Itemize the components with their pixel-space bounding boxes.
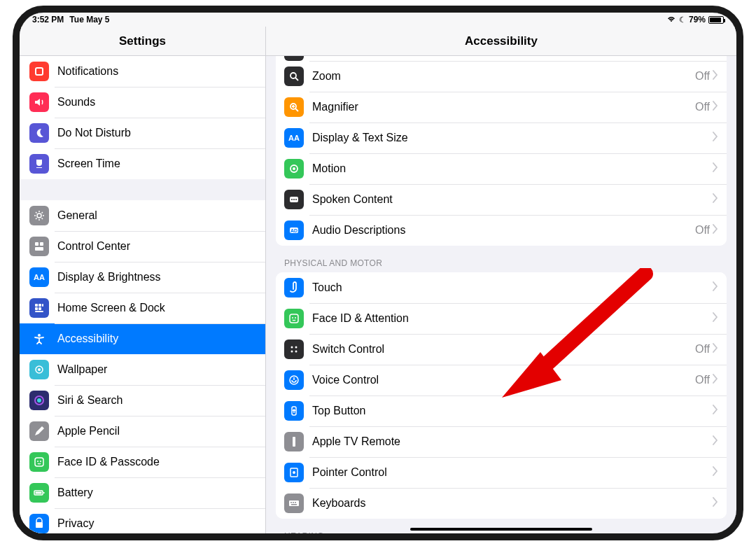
chevron-right-icon — [713, 312, 718, 325]
section-title-hearing: Hearing — [284, 531, 727, 534]
detail-item-value: Off — [695, 70, 710, 83]
chevron-right-icon — [713, 466, 718, 479]
svg-point-19 — [40, 461, 41, 462]
svg-point-14 — [38, 368, 41, 371]
settings-title: Settings — [119, 34, 166, 48]
detail-item-textsize[interactable]: AADisplay & Text Size — [276, 122, 727, 153]
keyboards-icon — [284, 493, 304, 513]
detail-item-topbutton[interactable]: Top Button — [276, 396, 727, 426]
textsize-icon: AA — [284, 128, 304, 148]
sidebar-item-label: Apple Pencil — [57, 425, 255, 438]
chevron-right-icon — [713, 132, 718, 144]
sidebar-item-pencil[interactable]: Apple Pencil — [20, 416, 265, 447]
detail-item-tvremote[interactable]: Apple TV Remote — [276, 426, 727, 457]
battery-percent: 79% — [689, 15, 706, 24]
detail-title: Accessibility — [465, 34, 538, 48]
chevron-right-icon — [713, 70, 718, 83]
home-indicator — [410, 528, 592, 531]
svg-point-32 — [295, 199, 297, 200]
sidebar-item-homescreen[interactable]: Home Screen & Dock — [20, 293, 265, 323]
sidebar-item-faceid[interactable]: Face ID & Passcode — [20, 447, 265, 477]
wallpaper-icon — [29, 360, 49, 379]
svg-point-24 — [290, 73, 296, 78]
svg-rect-49 — [293, 502, 294, 503]
faceidatt-icon — [284, 309, 304, 328]
sidebar-item-battery[interactable]: Battery — [20, 477, 265, 508]
audiodesc-icon: AD — [284, 220, 304, 240]
chevron-right-icon — [713, 281, 718, 294]
detail-item-label: Apple TV Remote — [312, 435, 713, 448]
detail-item-label: Switch Control — [312, 343, 695, 356]
sidebar-item-label: Display & Brightness — [57, 271, 255, 284]
svg-rect-4 — [35, 247, 43, 251]
svg-point-36 — [292, 317, 293, 318]
sidebar-item-label: General — [57, 209, 255, 222]
chevron-right-icon — [713, 224, 718, 237]
spoken-icon — [284, 190, 304, 209]
tvremote-icon — [284, 432, 304, 451]
display-icon: AA — [29, 267, 49, 287]
svg-rect-9 — [35, 307, 38, 310]
svg-rect-10 — [38, 307, 41, 310]
sidebar-item-sounds[interactable]: Sounds — [20, 87, 265, 118]
sidebar-item-label: Control Center — [57, 240, 255, 253]
dnd-moon-icon: ☾ — [679, 15, 686, 24]
svg-point-28 — [293, 167, 295, 170]
svg-rect-51 — [291, 504, 297, 505]
svg-rect-7 — [38, 304, 41, 307]
notifications-icon — [29, 62, 49, 81]
sidebar-item-label: Privacy — [57, 517, 255, 530]
svg-rect-47 — [289, 500, 299, 506]
detail-item-magnifier[interactable]: MagnifierOff — [276, 92, 727, 122]
chevron-right-icon — [713, 435, 718, 448]
sidebar-item-accessibility[interactable]: Accessibility — [20, 323, 265, 354]
detail-item-label: Display & Text Size — [312, 132, 713, 144]
sidebar-item-wallpaper[interactable]: Wallpaper — [20, 354, 265, 385]
svg-rect-6 — [35, 304, 38, 307]
sidebar-item-screentime[interactable]: Screen Time — [20, 148, 265, 179]
svg-point-39 — [295, 346, 298, 348]
detail-item-value: Off — [695, 224, 710, 237]
general-icon — [29, 206, 49, 225]
sidebar-item-dnd[interactable]: Do Not Disturb — [20, 118, 265, 148]
svg-rect-50 — [295, 502, 296, 503]
detail-pane: Accessibility ZoomOffMagnifierOffAADispl… — [266, 27, 736, 533]
detail-item-touch[interactable]: Touch — [276, 272, 727, 303]
sidebar-item-general[interactable]: General — [20, 200, 265, 231]
detail-item-audiodesc[interactable]: ADAudio DescriptionsOff — [276, 215, 727, 246]
detail-item-switch[interactable]: Switch ControlOff — [276, 334, 727, 365]
detail-item-motion[interactable]: Motion — [276, 153, 727, 184]
svg-rect-2 — [35, 242, 38, 246]
detail-item-label: Magnifier — [312, 101, 695, 113]
sidebar-item-label: Battery — [57, 486, 255, 499]
sidebar-item-label: Siri & Search — [57, 394, 255, 407]
dnd-icon — [29, 123, 49, 143]
detail-item-label: Voice Control — [312, 374, 695, 386]
magnifier-icon — [284, 97, 304, 117]
chevron-right-icon — [713, 374, 718, 386]
detail-item-faceidatt[interactable]: Face ID & Attention — [276, 303, 727, 334]
status-bar: 3:52 PM Tue May 5 ☾ 79% — [20, 13, 736, 27]
wifi-icon — [666, 15, 676, 24]
device-frame: 3:52 PM Tue May 5 ☾ 79% Settings Notific… — [13, 6, 743, 540]
svg-rect-0 — [36, 68, 43, 75]
detail-item-pointer[interactable]: Pointer Control — [276, 457, 727, 488]
sidebar-item-controlcenter[interactable]: Control Center — [20, 231, 265, 262]
sidebar-item-display[interactable]: AADisplay & Brightness — [20, 262, 265, 293]
svg-rect-8 — [42, 304, 43, 307]
detail-item-keyboards[interactable]: Keyboards — [276, 488, 727, 519]
detail-item-voicecontrol[interactable]: Voice ControlOff — [276, 365, 727, 396]
settings-sidebar: Settings NotificationsSoundsDo Not Distu… — [20, 27, 266, 533]
siri-icon — [29, 391, 49, 410]
detail-item-zoom[interactable]: ZoomOff — [276, 61, 727, 92]
detail-item-label: Face ID & Attention — [312, 312, 713, 325]
svg-rect-17 — [35, 458, 43, 466]
sidebar-item-siri[interactable]: Siri & Search — [20, 385, 265, 416]
sidebar-item-notifications[interactable]: Notifications — [20, 56, 265, 87]
detail-item-spoken[interactable]: Spoken Content — [276, 184, 727, 215]
chevron-right-icon — [713, 101, 718, 113]
motion-icon — [284, 159, 304, 178]
detail-item-label: Touch — [312, 281, 713, 294]
sidebar-item-privacy[interactable]: Privacy — [20, 508, 265, 533]
detail-item-label: Keyboards — [312, 497, 713, 510]
